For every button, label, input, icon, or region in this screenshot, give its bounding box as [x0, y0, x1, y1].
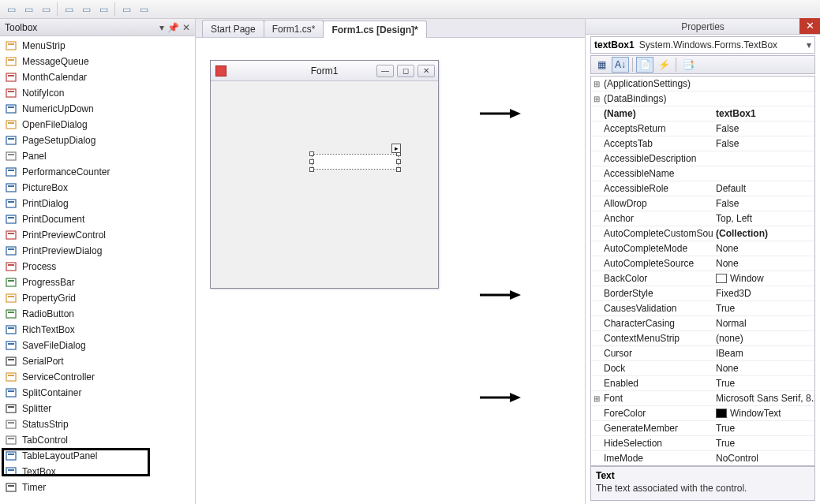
document-tab[interactable]: Start Page	[202, 20, 264, 37]
property-row[interactable]: AccessibleDescription	[591, 151, 814, 166]
resize-grip[interactable]	[396, 159, 401, 164]
property-row[interactable]: ⊞FontMicrosoft Sans Serif, 8.25pt	[591, 391, 814, 406]
property-row[interactable]: AutoCompleteSourceNone	[591, 256, 814, 271]
toolbox-item[interactable]: PrintPreviewDialog	[0, 243, 195, 259]
property-value[interactable]: Fixed3D	[713, 288, 814, 299]
toolbox-item[interactable]: PropertyGrid	[0, 290, 195, 306]
property-value[interactable]: False	[713, 138, 814, 149]
property-row[interactable]: CursorIBeam	[591, 346, 814, 361]
dropdown-icon[interactable]: ▾	[807, 39, 811, 50]
toolbox-item[interactable]: PictureBox	[0, 180, 195, 196]
property-row[interactable]: ContextMenuStrip(none)	[591, 331, 814, 346]
toolbox-item[interactable]: TableLayoutPanel	[0, 448, 195, 464]
property-row[interactable]: ⊞(ApplicationSettings)	[591, 77, 814, 91]
property-row[interactable]: AccessibleRoleDefault	[591, 181, 814, 196]
property-value[interactable]: textBox1	[713, 108, 814, 119]
property-row[interactable]: AllowDropFalse	[591, 196, 814, 211]
property-value[interactable]: True	[713, 423, 814, 434]
toolbox-item[interactable]: StatusStrip	[0, 416, 195, 432]
property-value[interactable]: True	[713, 438, 814, 449]
expand-icon[interactable]: ⊞	[591, 394, 602, 403]
document-tab[interactable]: Form1.cs [Design]*	[323, 21, 426, 38]
property-row[interactable]: ⊞(DataBindings)	[591, 91, 814, 106]
toolbox-item[interactable]: NotifyIcon	[0, 85, 195, 101]
toolbar-button[interactable]: ▭	[78, 2, 94, 17]
property-value[interactable]: None	[713, 258, 814, 269]
toolbox-item[interactable]: MonthCalendar	[0, 69, 195, 85]
properties-button[interactable]: 📄	[636, 57, 653, 73]
resize-grip[interactable]	[309, 151, 314, 156]
property-value[interactable]: (none)	[713, 333, 814, 344]
toolbox-item[interactable]: Process	[0, 259, 195, 274]
resize-grip[interactable]	[309, 159, 314, 164]
toolbox-item[interactable]: TabControl	[0, 432, 195, 448]
toolbox-item[interactable]: MenuStrip	[0, 38, 195, 54]
toolbox-item[interactable]: Panel	[0, 148, 195, 164]
smart-tag-icon[interactable]: ▸	[391, 144, 401, 153]
property-value[interactable]: None	[713, 243, 814, 254]
property-row[interactable]: DockNone	[591, 361, 814, 376]
minimize-button[interactable]: —	[376, 65, 394, 77]
close-button[interactable]: ✕	[417, 65, 435, 77]
property-grid[interactable]: ⊞(ApplicationSettings)⊞(DataBindings)(Na…	[591, 77, 814, 465]
property-row[interactable]: (Name)textBox1	[591, 106, 814, 121]
property-value[interactable]: True	[713, 303, 814, 314]
toolbox-item[interactable]: PrintPreviewControl	[0, 227, 195, 243]
categorized-button[interactable]: ▦	[593, 57, 610, 73]
dropdown-icon[interactable]: ▾	[159, 22, 164, 33]
toolbox-item[interactable]: RadioButton	[0, 306, 195, 322]
property-value[interactable]: IBeam	[713, 348, 814, 359]
toolbox-item[interactable]: ServiceController	[0, 369, 195, 385]
property-row[interactable]: AcceptsReturnFalse	[591, 121, 814, 136]
property-row[interactable]: ForeColorWindowText	[591, 406, 814, 421]
toolbar-button[interactable]: ▭	[118, 2, 134, 17]
expand-icon[interactable]: ⊞	[591, 80, 602, 88]
toolbar-button[interactable]: ▭	[3, 2, 19, 17]
toolbar-button[interactable]: ▭	[21, 2, 36, 17]
property-value[interactable]: Top, Left	[713, 213, 814, 224]
property-value[interactable]: True	[713, 378, 814, 389]
property-value[interactable]: NoControl	[713, 453, 814, 464]
property-row[interactable]: AutoCompleteModeNone	[591, 241, 814, 256]
property-row[interactable]: EnabledTrue	[591, 376, 814, 391]
maximize-button[interactable]: ◻	[397, 65, 414, 77]
toolbar-button[interactable]: ▭	[95, 2, 111, 17]
property-value[interactable]: False	[713, 198, 814, 209]
events-button[interactable]: ⚡	[655, 57, 672, 73]
property-row[interactable]: BorderStyleFixed3D	[591, 286, 814, 301]
property-row[interactable]: GenerateMemberTrue	[591, 421, 814, 436]
toolbox-item[interactable]: ProgressBar	[0, 274, 195, 290]
property-value[interactable]: False	[713, 123, 814, 134]
property-value[interactable]: (Collection)	[713, 228, 814, 239]
toolbox-item[interactable]: PageSetupDialog	[0, 133, 195, 148]
toolbox-item[interactable]: NumericUpDown	[0, 101, 195, 117]
property-row[interactable]: CausesValidationTrue	[591, 301, 814, 316]
close-button[interactable]: ✕	[799, 18, 820, 34]
toolbar-button[interactable]: ▭	[136, 2, 152, 17]
toolbox-item[interactable]: RichTextBox	[0, 322, 195, 338]
property-pages-button[interactable]: 📑	[680, 57, 697, 73]
toolbox-item[interactable]: Timer	[0, 480, 195, 495]
document-tab[interactable]: Form1.cs*	[264, 20, 324, 37]
pin-icon[interactable]: 📌	[167, 22, 179, 33]
resize-grip[interactable]	[309, 167, 314, 172]
toolbox-item[interactable]: SplitContainer	[0, 385, 195, 401]
property-row[interactable]: BackColorWindow	[591, 271, 814, 286]
object-selector[interactable]: textBox1 System.Windows.Forms.TextBox ▾	[590, 36, 815, 54]
close-icon[interactable]: ✕	[182, 22, 190, 33]
property-row[interactable]: AccessibleName	[591, 166, 814, 181]
form-designer[interactable]: Form1 — ◻ ✕ ▸	[210, 60, 439, 289]
toolbox-item[interactable]: MessageQueue	[0, 54, 195, 69]
toolbox-item[interactable]: PrintDialog	[0, 196, 195, 211]
resize-grip[interactable]	[396, 167, 401, 172]
toolbox-item[interactable]: PrintDocument	[0, 211, 195, 227]
textbox-control-selected[interactable]: ▸	[312, 154, 399, 170]
toolbar-button[interactable]: ▭	[38, 2, 54, 17]
toolbox-item[interactable]: Splitter	[0, 401, 195, 416]
property-row[interactable]: HideSelectionTrue	[591, 436, 814, 451]
property-row[interactable]: ImeModeNoControl	[591, 451, 814, 465]
toolbox-item[interactable]: OpenFileDialog	[0, 117, 195, 133]
toolbox-item[interactable]: PerformanceCounter	[0, 164, 195, 180]
property-value[interactable]: Normal	[713, 318, 814, 329]
property-value[interactable]: Default	[713, 183, 814, 194]
